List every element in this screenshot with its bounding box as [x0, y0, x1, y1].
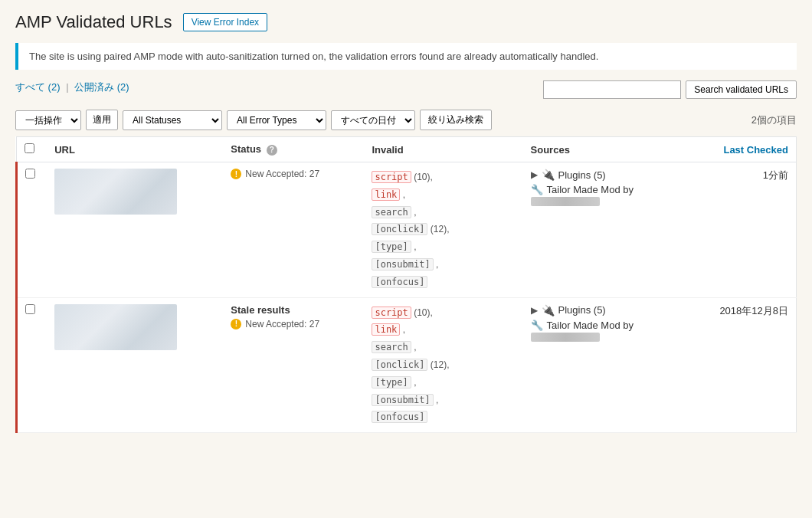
invalid-suffix: (12),: [427, 359, 449, 370]
invalid-suffix: ,: [434, 259, 439, 270]
status-help-icon[interactable]: ?: [267, 145, 277, 156]
invalid-tag: [onfocus]: [372, 276, 427, 288]
sources-cell: ▶🔌Plugins (5)🔧Tailor Made Mod by: [523, 162, 699, 298]
invalid-suffix: ,: [411, 207, 417, 218]
select-all-checkbox[interactable]: [25, 143, 34, 153]
table-row: Stale results!New Accepted: 27script (10…: [17, 297, 797, 433]
status-stale-label: Stale results: [231, 304, 356, 316]
col-status: Status ?: [223, 137, 364, 162]
item-count: 2個の項目: [751, 113, 797, 127]
status-warning-icon: !: [231, 169, 241, 179]
invalid-suffix: (12),: [427, 224, 449, 234]
col-last-checked: Last Checked: [699, 137, 797, 162]
plugin-label: Plugins (5): [558, 169, 606, 181]
invalid-cell: script (10),link ,search ,[onclick] (12)…: [364, 162, 522, 298]
last-checked-cell: 2018年12月8日: [699, 297, 797, 433]
url-thumbnail: [54, 169, 177, 215]
status-cell: Stale results!New Accepted: 27: [223, 297, 364, 433]
invalid-suffix: ,: [411, 342, 417, 352]
invalid-tag: [type]: [372, 376, 411, 388]
invalid-tag: search: [372, 206, 411, 218]
error-types-select[interactable]: All Error Types: [227, 110, 326, 130]
invalid-tag: [onclick]: [372, 359, 427, 371]
invalid-tag: script: [372, 171, 411, 183]
filter-search-button[interactable]: 絞り込み検索: [420, 110, 492, 130]
status-warning-icon: !: [231, 319, 241, 329]
plugin-arrow-icon: ▶: [531, 305, 538, 316]
sources-cell: ▶🔌Plugins (5)🔧Tailor Made Mod by: [523, 297, 699, 433]
plugin-arrow-icon: ▶: [531, 169, 538, 180]
invalid-tag: script: [372, 307, 411, 319]
filter-bar: 一括操作 適用 All Statuses All Error Types すべて…: [15, 110, 797, 130]
invalid-tag: search: [372, 341, 411, 353]
tab-all[interactable]: すべて (2): [15, 81, 61, 93]
invalid-suffix: ,: [411, 377, 417, 388]
col-url: URL: [47, 137, 223, 162]
row-checkbox[interactable]: [25, 169, 35, 179]
plugin-icon: 🔌: [542, 169, 555, 181]
invalid-tag: [onclick]: [372, 223, 427, 235]
status-badge: New Accepted: 27: [245, 169, 319, 179]
tailor-name-blurred: [531, 197, 600, 206]
col-invalid: Invalid: [364, 137, 522, 162]
table-row: !New Accepted: 27script (10),link ,searc…: [17, 162, 797, 298]
tab-links: すべて (2) | 公開済み (2): [15, 80, 129, 94]
search-input[interactable]: [543, 80, 681, 99]
invalid-suffix: (10),: [411, 172, 433, 182]
status-badge: New Accepted: 27: [245, 319, 319, 329]
tailor-label: Tailor Made Mod by: [547, 184, 634, 195]
last-checked-cell: 1分前: [699, 162, 797, 298]
invalid-suffix: ,: [400, 189, 405, 200]
status-cell: !New Accepted: 27: [223, 162, 364, 298]
info-notice: The site is using paired AMP mode with a…: [15, 43, 797, 70]
invalid-tag: link: [372, 323, 400, 336]
invalid-suffix: ,: [411, 241, 417, 252]
invalid-tag: [type]: [372, 241, 411, 253]
plugin-icon: 🔌: [542, 304, 555, 316]
plugin-label: Plugins (5): [558, 304, 606, 316]
invalid-suffix: (10),: [411, 307, 433, 318]
tailor-name-blurred: [531, 333, 600, 342]
bulk-apply-button[interactable]: 適用: [86, 110, 118, 130]
search-validated-button[interactable]: Search validated URLs: [686, 80, 797, 99]
invalid-tag: [onsubmit]: [372, 258, 433, 270]
page-title: AMP Validated URLs: [15, 12, 172, 32]
row-checkbox[interactable]: [25, 304, 35, 314]
date-select[interactable]: すべての日付: [331, 110, 415, 130]
invalid-cell: script (10),link ,search ,[onclick] (12)…: [364, 297, 522, 433]
col-sources: Sources: [523, 137, 699, 162]
invalid-suffix: ,: [434, 395, 439, 405]
invalid-suffix: ,: [400, 324, 405, 335]
invalid-tag: [onsubmit]: [372, 394, 433, 406]
view-error-index-button[interactable]: View Error Index: [183, 13, 267, 31]
bulk-action-select[interactable]: 一括操作: [15, 110, 81, 130]
tailor-icon: 🔧: [531, 320, 543, 331]
tab-published[interactable]: 公開済み (2): [74, 81, 129, 93]
statuses-select[interactable]: All Statuses: [123, 110, 222, 130]
tailor-label: Tailor Made Mod by: [547, 320, 634, 331]
urls-table: URL Status ? Invalid Sources Last Checke…: [15, 136, 797, 433]
tailor-icon: 🔧: [531, 184, 543, 195]
invalid-tag: [onfocus]: [372, 411, 427, 423]
invalid-tag: link: [372, 189, 400, 201]
url-thumbnail: [54, 304, 177, 350]
